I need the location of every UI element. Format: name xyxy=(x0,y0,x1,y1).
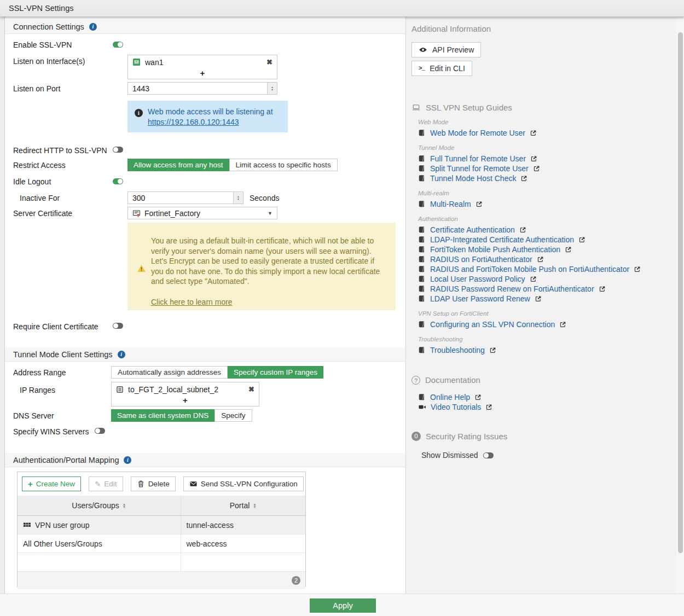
external-link-icon[interactable] xyxy=(489,347,496,354)
external-link-icon[interactable] xyxy=(535,295,542,303)
create-new-button[interactable]: + Create New xyxy=(22,476,81,491)
guide-link[interactable]: Multi-Realm xyxy=(430,199,471,209)
external-link-icon[interactable] xyxy=(476,201,483,208)
restrict-option-any-host[interactable]: Allow access from any host xyxy=(127,159,229,171)
guide-link[interactable]: Certificate Authentication xyxy=(430,225,515,235)
external-link-icon[interactable] xyxy=(578,236,586,243)
guide-link[interactable]: Split Tunnel for Remote User xyxy=(430,164,529,173)
sort-icon[interactable]: ▲▼ xyxy=(253,503,256,509)
guide-link[interactable]: Tunnel Mode Host Check xyxy=(430,173,516,183)
external-link-icon[interactable] xyxy=(530,276,537,283)
external-link-icon[interactable] xyxy=(520,175,528,182)
edit-button[interactable]: ✎ Edit xyxy=(89,476,123,491)
ip-ranges-field[interactable]: to_FGT_2_local_subnet_2 ✖ + xyxy=(111,382,259,406)
require-client-cert-toggle[interactable] xyxy=(113,323,123,329)
info-icon[interactable]: i xyxy=(124,456,131,464)
address-range-auto-option[interactable]: Automatically assign addresses xyxy=(111,366,228,379)
dns-same-as-client-option[interactable]: Same as client system DNS xyxy=(111,409,215,422)
guide-link[interactable]: FortiToken Mobile Push Authentication xyxy=(430,245,560,254)
book-icon xyxy=(418,346,426,354)
redirect-http-toggle[interactable] xyxy=(113,147,123,153)
portal-mapping-toolbar: + Create New ✎ Edit Delete Send SSL-VPN … xyxy=(18,472,305,496)
guide-link[interactable]: RADIUS Password Renew on FortiAuthentica… xyxy=(430,284,594,294)
listen-interfaces-field[interactable]: wan1 ✖ + xyxy=(127,55,277,79)
send-ssl-vpn-config-button[interactable]: Send SSL-VPN Configuration xyxy=(183,476,304,491)
users-cell: VPN user group xyxy=(35,521,90,530)
inactive-stepper[interactable]: ▴ ▾ xyxy=(233,192,243,204)
video-tutorials-link[interactable]: Video Tutorials xyxy=(431,402,481,412)
port-stepper[interactable]: ▴ ▾ xyxy=(267,83,277,94)
show-dismissed-toggle[interactable] xyxy=(483,452,494,458)
vertical-scrollbar[interactable] xyxy=(678,32,683,553)
external-link-icon[interactable] xyxy=(474,394,482,401)
remove-interface-icon[interactable]: ✖ xyxy=(266,58,273,66)
external-link-icon[interactable] xyxy=(599,286,606,293)
guide-link[interactable]: RADIUS and FortiToken Mobile Push on For… xyxy=(430,264,629,274)
column-header-users-groups[interactable]: Users/Groups ▲▼ xyxy=(18,496,181,516)
delete-button[interactable]: Delete xyxy=(131,476,176,491)
server-certificate-select[interactable]: Fortinet_Factory ▼ xyxy=(127,207,277,219)
interface-entry: wan1 ✖ xyxy=(128,55,277,69)
address-range-custom-option[interactable]: Specify custom IP ranges xyxy=(228,366,323,379)
interface-icon xyxy=(132,58,141,66)
edit-in-cli-button[interactable]: >_ Edit in CLI xyxy=(411,61,472,76)
specify-wins-toggle[interactable] xyxy=(95,428,105,434)
external-link-icon[interactable] xyxy=(533,165,540,172)
idle-logout-label: Idle Logout xyxy=(13,177,51,186)
guide-link[interactable]: Web Mode for Remote User xyxy=(430,128,525,138)
external-link-icon[interactable] xyxy=(634,266,641,273)
book-icon xyxy=(418,295,426,303)
enable-ssl-vpn-toggle[interactable] xyxy=(113,42,123,48)
plus-icon: + xyxy=(28,479,33,489)
documentation-header: ? Documentation xyxy=(411,375,676,385)
guide-link[interactable]: Configuring an SSL VPN Connection xyxy=(430,319,555,329)
certificate-warning-text: You are using a default built-in certifi… xyxy=(151,236,380,286)
external-link-icon[interactable] xyxy=(519,226,526,234)
table-footer: 2 xyxy=(18,572,305,589)
external-link-icon[interactable] xyxy=(530,155,537,162)
column-header-portal[interactable]: Portal ▲▼ xyxy=(181,496,305,516)
external-link-icon[interactable] xyxy=(485,404,492,411)
table-row-empty xyxy=(18,553,305,572)
external-link-icon[interactable] xyxy=(537,256,544,263)
table-row[interactable]: All Other Users/Groups web-access xyxy=(18,534,305,553)
column-label: Portal xyxy=(230,501,250,510)
external-link-icon[interactable] xyxy=(565,246,572,253)
online-help-link[interactable]: Online Help xyxy=(430,392,470,402)
guide-link[interactable]: Troubleshooting xyxy=(430,345,485,355)
learn-more-link[interactable]: Click here to learn more xyxy=(151,297,233,307)
book-icon xyxy=(418,200,426,208)
table-row[interactable]: VPN user group tunnel-access xyxy=(18,516,305,534)
edit-label: Edit xyxy=(104,480,117,488)
remove-ip-range-icon[interactable]: ✖ xyxy=(248,385,254,393)
dns-specify-option[interactable]: Specify xyxy=(215,409,252,422)
guide-subcategory: Authentication xyxy=(418,216,676,222)
listen-port-input[interactable] xyxy=(128,84,267,94)
sort-icon[interactable]: ▲▼ xyxy=(123,503,126,509)
guide-link[interactable]: Full Tunnel for Remote User xyxy=(430,154,526,164)
guide-subcategory: Troubleshooting xyxy=(418,336,676,342)
terminal-icon: >_ xyxy=(419,65,425,72)
stepper-down-icon[interactable]: ▾ xyxy=(271,89,273,91)
info-icon[interactable]: i xyxy=(118,351,125,358)
guide-link[interactable]: Local User Password Policy xyxy=(430,274,525,284)
guide-link[interactable]: LDAP User Password Renew xyxy=(430,294,530,304)
book-icon xyxy=(418,155,426,162)
api-preview-button[interactable]: API Preview xyxy=(411,42,481,57)
idle-logout-toggle[interactable] xyxy=(113,178,123,184)
info-icon[interactable]: i xyxy=(89,23,97,31)
apply-button[interactable]: Apply xyxy=(310,598,376,613)
external-link-icon[interactable] xyxy=(559,321,566,328)
guide-link[interactable]: LDAP-Integrated Certificate Authenticati… xyxy=(430,235,574,245)
stepper-down-icon[interactable]: ▾ xyxy=(237,198,239,201)
inactive-for-input[interactable] xyxy=(128,193,233,203)
external-link-icon[interactable] xyxy=(530,130,537,137)
delete-label: Delete xyxy=(148,480,170,488)
web-mode-url-link[interactable]: https://192.168.0.120:1443 xyxy=(148,118,239,126)
seconds-unit-label: Seconds xyxy=(250,194,279,202)
portal-cell: tunnel-access xyxy=(187,521,234,530)
add-ip-range-button[interactable]: + xyxy=(112,396,259,406)
guide-link[interactable]: RADIUS on FortiAuthenticator xyxy=(430,254,532,264)
add-interface-button[interactable]: + xyxy=(128,69,277,79)
restrict-option-specific-hosts[interactable]: Limit access to specific hosts xyxy=(229,159,338,171)
